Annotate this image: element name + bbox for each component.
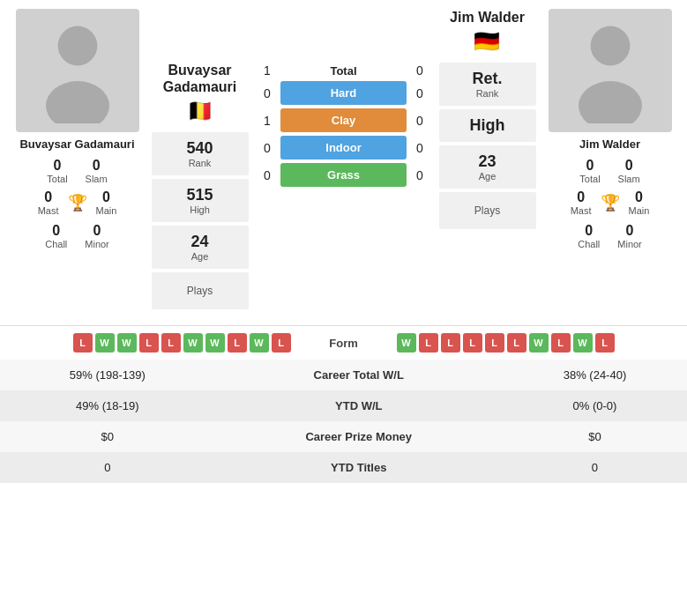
buvaysar-rank-box: 540 Rank <box>152 132 249 175</box>
right-chall-label: Chall <box>578 239 600 249</box>
jim-rank-val: Ret. <box>443 70 533 88</box>
svg-point-2 <box>590 26 630 66</box>
right-main-stat: 0 Main <box>629 189 650 216</box>
clay-btn: Clay <box>280 108 407 132</box>
indoor-row: 0 Indoor 0 <box>254 136 433 160</box>
form-badge-l: L <box>595 333 615 353</box>
stats-left-1: 49% (18-19) <box>0 390 215 421</box>
center-col: Buvaysar Gadamauri 🇧🇪 540 Rank 515 High … <box>149 9 538 309</box>
svg-point-3 <box>579 81 642 123</box>
right-player-stats-row3: 0 Chall 0 Minor <box>578 223 642 249</box>
jim-header: Jim Walder 🇩🇪 <box>450 9 525 54</box>
right-main-label: Main <box>629 205 650 216</box>
right-mast-label: Mast <box>571 205 592 216</box>
left-minor-value: 0 <box>85 223 109 239</box>
total-score-right: 0 <box>407 63 433 78</box>
stats-label-2: Career Prize Money <box>215 421 503 452</box>
match-col: 1 Total 0 0 Hard 0 1 Clay 0 <box>254 9 433 309</box>
jim-age-lbl: Age <box>443 171 533 182</box>
main-container: Buvaysar Gadamauri 0 Total 0 Slam 0 Mast… <box>0 0 687 483</box>
left-player-panel: Buvaysar Gadamauri 0 Total 0 Slam 0 Mast… <box>9 9 146 309</box>
right-minor-value: 0 <box>617 223 642 239</box>
form-badge-l: L <box>551 333 571 353</box>
stats-left-0: 59% (198-139) <box>0 360 215 390</box>
left-main-label: Main <box>96 205 117 216</box>
right-slam-stat: 0 Slam <box>618 158 640 184</box>
left-chall-value: 0 <box>45 223 67 239</box>
form-label: Form <box>291 337 397 350</box>
left-chall-label: Chall <box>45 239 67 249</box>
center-inner: Buvaysar Gadamauri 🇧🇪 540 Rank 515 High … <box>149 9 538 309</box>
left-slam-stat: 0 Slam <box>86 158 108 184</box>
stats-row-0: 59% (198-139) Career Total W/L 38% (24-4… <box>0 360 687 390</box>
jim-stats-col: Jim Walder 🇩🇪 Ret. Rank High 23 Age <box>437 9 538 309</box>
jim-name-header: Jim Walder <box>450 9 525 26</box>
form-badge-l: L <box>507 333 526 353</box>
buvaysar-high-box: 515 High <box>152 179 249 222</box>
right-player-stats-row1: 0 Total 0 Slam <box>579 158 639 184</box>
buvaysar-plays-box: Plays <box>152 272 249 309</box>
right-minor-label: Minor <box>617 239 642 249</box>
buvaysar-age-box: 24 Age <box>152 226 249 269</box>
right-chall-stat: 0 Chall <box>578 223 600 249</box>
jim-high-box: High <box>439 109 536 142</box>
left-player-stats-row1: 0 Total 0 Slam <box>47 158 107 184</box>
left-form-badges: LWWLLWWLWL <box>9 333 291 353</box>
left-minor-stat: 0 Minor <box>85 223 109 249</box>
buvaysar-rank-val: 540 <box>155 139 245 158</box>
stats-row-1: 49% (18-19) YTD W/L 0% (0-0) <box>0 390 687 421</box>
jim-rank-box: Ret. Rank <box>439 63 536 106</box>
jim-age-val: 23 <box>443 152 533 171</box>
left-chall-stat: 0 Chall <box>45 223 67 249</box>
stats-right-2: $0 <box>503 421 687 452</box>
form-badge-l: L <box>272 333 291 353</box>
buvaysar-plays-label: Plays <box>187 285 213 297</box>
hard-score-right: 0 <box>407 86 433 100</box>
top-section: Buvaysar Gadamauri 0 Total 0 Slam 0 Mast… <box>0 0 687 318</box>
buvaysar-high-lbl: High <box>155 204 245 215</box>
left-mast-stat: 0 Mast <box>38 189 59 216</box>
indoor-btn: Indoor <box>280 136 407 160</box>
stats-row-2: $0 Career Prize Money $0 <box>0 421 687 452</box>
left-minor-label: Minor <box>85 239 109 249</box>
hard-score-left: 0 <box>254 86 280 100</box>
left-player-stats-row3: 0 Chall 0 Minor <box>45 223 109 249</box>
left-total-label: Total <box>47 174 67 184</box>
form-section: LWWLLWWLWL Form WLLLLLWLWL <box>0 325 687 360</box>
grass-row: 0 Grass 0 <box>254 163 433 187</box>
stats-row-3: 0 YTD Titles 0 <box>0 452 687 483</box>
buvaysar-age-lbl: Age <box>155 251 245 262</box>
stats-right-1: 0% (0-0) <box>503 390 687 421</box>
right-mast-value: 0 <box>571 189 592 205</box>
total-label: Total <box>280 64 407 78</box>
left-total-stat: 0 Total <box>47 158 67 184</box>
jim-high-val: High <box>443 116 533 135</box>
buvaysar-name-header: Buvaysar Gadamauri <box>149 62 250 95</box>
right-chall-value: 0 <box>578 223 600 239</box>
buvaysar-header: Buvaysar Gadamauri 🇧🇪 <box>149 62 250 123</box>
indoor-score-left: 0 <box>254 141 280 155</box>
right-trophy-icon: 🏆 <box>601 193 620 212</box>
left-player-stats-row2: 0 Mast 🏆 0 Main <box>38 189 117 216</box>
stats-left-3: 0 <box>0 452 215 483</box>
form-badge-l: L <box>139 333 159 353</box>
jim-plays-label: Plays <box>474 204 500 217</box>
stats-right-3: 0 <box>503 452 687 483</box>
form-badge-l: L <box>73 333 93 353</box>
right-total-stat: 0 Total <box>579 158 600 184</box>
right-slam-label: Slam <box>618 174 640 184</box>
stats-left-2: $0 <box>0 421 215 452</box>
form-badge-w: W <box>529 333 549 353</box>
total-row: 1 Total 0 <box>254 63 433 78</box>
right-mast-stat: 0 Mast <box>571 189 592 216</box>
buvaysar-high-val: 515 <box>155 186 245 204</box>
grass-score-left: 0 <box>254 168 280 182</box>
buvaysar-flag: 🇧🇪 <box>149 99 250 123</box>
left-total-value: 0 <box>47 158 67 174</box>
stats-label-0: Career Total W/L <box>215 360 503 390</box>
jim-plays-box: Plays <box>439 192 536 229</box>
form-badge-w: W <box>573 333 593 353</box>
jim-rank-lbl: Rank <box>443 88 533 99</box>
total-score-left: 1 <box>254 63 280 78</box>
svg-point-1 <box>46 81 109 123</box>
